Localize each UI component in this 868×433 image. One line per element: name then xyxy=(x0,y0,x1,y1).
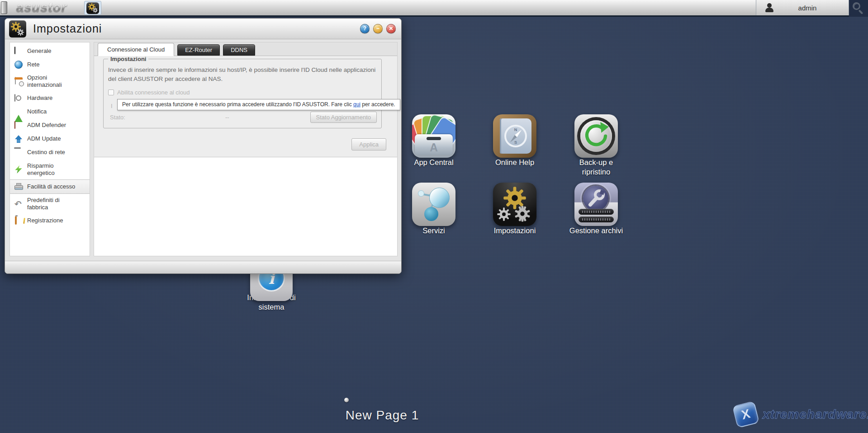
status-value: -- xyxy=(225,114,229,121)
wrench-icon xyxy=(583,186,608,211)
window-title: Impostazioni xyxy=(33,22,102,35)
watermark: X xtremehardware.it xyxy=(735,403,868,426)
sidebar-item-predefiniti-di-fabbrica[interactable]: Predefiniti di fabbrica xyxy=(10,194,90,214)
network-globe-icon xyxy=(14,61,23,69)
sidebar-item-rete[interactable]: Rete xyxy=(10,58,90,71)
settings-gears-icon xyxy=(9,20,26,38)
watermark-text: xtremehardware.it xyxy=(763,407,868,422)
energy-bolt-icon xyxy=(14,165,23,174)
node-large xyxy=(429,188,450,208)
sidebar-item-risparmio-energetico[interactable]: Risparmio energetico xyxy=(10,160,90,180)
hard-drive-icon xyxy=(14,94,15,102)
status-label: Stato: xyxy=(110,114,125,121)
silver-gear-icon xyxy=(514,205,531,222)
desktop-label-gestione-archivi[interactable]: Gestione archivi xyxy=(560,226,632,235)
drive-slot xyxy=(579,209,614,215)
user-menu[interactable]: admin xyxy=(756,0,849,15)
desktop-page-title: New Page 1 xyxy=(312,408,452,423)
login-here-link[interactable]: qui xyxy=(353,101,360,108)
sidebar-item-facilita-di-accesso[interactable]: Facilità di accesso xyxy=(10,179,90,194)
sidebar-item-registrazione[interactable]: Registrazione xyxy=(10,214,90,228)
update-arrow-icon xyxy=(14,135,23,143)
username: admin xyxy=(774,4,840,12)
registration-clipboard-icon xyxy=(15,216,17,225)
asustor-logo: asustor xyxy=(16,0,67,15)
desktop-label-app-central[interactable]: App Central xyxy=(398,158,470,167)
desktop-icon-backup[interactable] xyxy=(574,114,618,158)
factory-reset-icon xyxy=(14,200,23,208)
enable-cloud-label: Abilita connessione al cloud xyxy=(117,89,190,96)
cloud-id-label-clipped: I xyxy=(111,103,113,109)
minimize-button[interactable]: − xyxy=(373,24,383,33)
sidebar-item-cestino-di-rete[interactable]: Cestino di rete xyxy=(10,146,90,160)
update-status-button[interactable]: Stato Aggiornamento xyxy=(310,112,377,123)
sidebar-item-hardware[interactable]: Hardware xyxy=(10,92,90,105)
compass-icon: N S xyxy=(504,125,527,147)
taskbar-collapse-handle[interactable] xyxy=(1,1,7,14)
desktop-icon-app-central[interactable]: A xyxy=(412,114,455,158)
fieldset-legend: Impostazioni xyxy=(108,56,148,62)
status-row: Stato: -- Stato Aggiornamento xyxy=(110,112,377,123)
calendar-clock-icon xyxy=(15,77,16,85)
global-search-button[interactable] xyxy=(849,0,868,17)
desktop-label-backup[interactable]: Back-up e ripristino xyxy=(571,158,621,176)
sidebar-item-generale[interactable]: Generale xyxy=(10,44,90,58)
compass-north-label: N xyxy=(514,127,517,132)
page-indicator-dot[interactable] xyxy=(344,398,349,402)
desktop-label-impostazioni[interactable]: Impostazioni xyxy=(479,226,551,235)
settings-window: Impostazioni ? − ✕ Generale Rete Opzioni… xyxy=(5,18,402,274)
user-avatar-icon xyxy=(764,3,774,13)
desktop-icon-online-help[interactable]: N S xyxy=(493,114,536,158)
node-small xyxy=(418,190,424,197)
desktop-label-online-help[interactable]: Online Help xyxy=(479,158,551,167)
alert-triangle-icon xyxy=(14,108,23,122)
server-icon xyxy=(14,47,15,54)
settings-sidebar: Generale Rete Opzioni internazionali Har… xyxy=(9,42,90,256)
top-taskbar: asustor admin xyxy=(0,0,868,17)
login-required-tooltip: Per utilizzare questa funzione è necessa… xyxy=(117,99,400,110)
tab-ez-router[interactable]: EZ-Router xyxy=(177,44,220,56)
window-titlebar[interactable]: Impostazioni ? − ✕ xyxy=(5,19,401,39)
storage-ring xyxy=(583,186,608,211)
cloud-id-description: Invece di inserire sempre le informazion… xyxy=(108,66,377,83)
node-medium xyxy=(424,207,438,221)
sidebar-item-notifica[interactable]: Notifica xyxy=(10,105,90,119)
tab-ddns[interactable]: DDNS xyxy=(223,44,255,56)
compass-south-label: S xyxy=(514,140,517,145)
ease-of-access-icon xyxy=(14,183,23,191)
desktop-icon-servizi[interactable] xyxy=(412,183,455,226)
app-tray: A xyxy=(415,134,453,155)
restore-arrow-icon xyxy=(581,121,611,151)
desktop-icon-gestione-archivi[interactable] xyxy=(574,183,618,226)
desktop-label-servizi[interactable]: Servizi xyxy=(398,226,470,235)
window-footer xyxy=(5,261,401,273)
close-button[interactable]: ✕ xyxy=(386,24,396,33)
apply-button[interactable]: Applica xyxy=(351,138,386,151)
impostazioni-fieldset: Impostazioni Invece di inserire sempre l… xyxy=(103,59,382,128)
app-central-letter: A xyxy=(415,141,453,154)
drive-slot xyxy=(579,216,614,222)
taskbar-item-impostazioni[interactable] xyxy=(84,1,101,15)
xtremehardware-logo-icon: X xyxy=(732,401,760,428)
settings-gears-icon xyxy=(86,2,99,14)
tab-connessione-al-cloud[interactable]: Connessione al Cloud xyxy=(98,43,174,56)
desktop-icon-impostazioni[interactable] xyxy=(493,183,536,226)
enable-cloud-checkbox[interactable] xyxy=(108,89,114,95)
silver-gear-icon xyxy=(497,207,511,221)
settings-main-panel: Connessione al Cloud EZ-Router DDNS Impo… xyxy=(94,42,398,256)
tab-bar: Connessione al Cloud EZ-Router DDNS xyxy=(94,42,397,56)
tray-slot xyxy=(427,137,441,140)
sidebar-item-opzioni-internazionali[interactable]: Opzioni internazionali xyxy=(10,71,90,92)
help-button[interactable]: ? xyxy=(360,24,370,33)
firewall-icon xyxy=(14,121,15,129)
sidebar-item-adm-update[interactable]: ADM Update xyxy=(10,132,90,146)
cloud-settings-form: Impostazioni Invece di inserire sempre l… xyxy=(94,56,397,157)
enable-cloud-row: Abilita connessione al cloud xyxy=(108,89,190,96)
search-icon xyxy=(853,2,860,10)
